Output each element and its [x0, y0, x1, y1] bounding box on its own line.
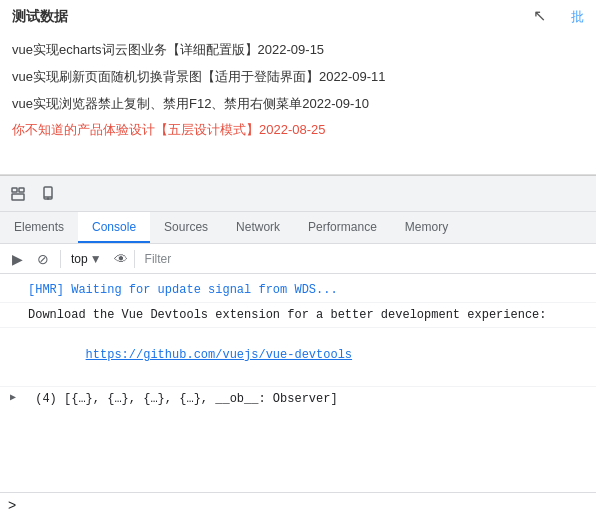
article-list: vue实现echarts词云图业务【详细配置版】2022-09-15 vue实现…	[0, 34, 596, 153]
console-filter-input[interactable]	[145, 252, 590, 266]
divider	[60, 250, 61, 268]
console-message-link: https://github.com/vuejs/vue-devtools	[0, 328, 596, 387]
article-link-3[interactable]: vue实现浏览器禁止复制、禁用F12、禁用右侧菜单2022-09-10	[12, 96, 369, 111]
console-message-2: Download the Vue Devtools extension for …	[0, 303, 596, 328]
list-item[interactable]: vue实现浏览器禁止复制、禁用F12、禁用右侧菜单2022-09-10	[12, 94, 584, 115]
tab-sources[interactable]: Sources	[150, 212, 222, 243]
console-messages: [HMR] Waiting for update signal from WDS…	[0, 274, 596, 492]
article-link-1[interactable]: vue实现echarts词云图业务【详细配置版】2022-09-15	[12, 42, 324, 57]
console-input[interactable]	[22, 498, 588, 512]
svg-rect-2	[12, 194, 24, 200]
list-item[interactable]: vue实现echarts词云图业务【详细配置版】2022-09-15	[12, 40, 584, 61]
devtools-panel: Elements Console Sources Network Perform…	[0, 175, 596, 517]
tab-network[interactable]: Network	[222, 212, 294, 243]
svg-point-5	[48, 198, 49, 199]
list-item[interactable]: vue实现刷新页面随机切换背景图【适用于登陆界面】2022-09-11	[12, 67, 584, 88]
console-prompt: >	[0, 492, 596, 517]
cursor-icon: ↖	[533, 6, 546, 25]
tab-console[interactable]: Console	[78, 212, 150, 243]
console-message-expandable[interactable]: ▶ (4) [{…}, {…}, {…}, {…}, __ob__: Obser…	[0, 387, 596, 411]
dropdown-arrow-icon: ▼	[90, 252, 102, 266]
console-context-selector[interactable]: top ▼	[67, 250, 106, 268]
tab-performance[interactable]: Performance	[294, 212, 391, 243]
console-play-button[interactable]: ▶	[6, 248, 28, 270]
article-link-4[interactable]: 你不知道的产品体验设计【五层设计模式】2022-08-25	[12, 122, 326, 137]
devtools-tabs: Elements Console Sources Network Perform…	[0, 212, 596, 244]
console-chevron-icon: >	[8, 497, 16, 513]
context-label: top	[71, 252, 88, 266]
device-toggle-button[interactable]	[34, 180, 62, 208]
list-item[interactable]: 你不知道的产品体验设计【五层设计模式】2022-08-25	[12, 120, 584, 141]
tab-memory[interactable]: Memory	[391, 212, 462, 243]
svg-rect-1	[19, 188, 24, 192]
inspect-element-button[interactable]	[4, 180, 32, 208]
expand-arrow-icon: ▶	[10, 390, 16, 405]
console-ban-button[interactable]: ⊘	[32, 248, 54, 270]
console-message-1: [HMR] Waiting for update signal from WDS…	[0, 278, 596, 303]
tab-elements[interactable]: Elements	[0, 212, 78, 243]
batch-link[interactable]: 批	[571, 8, 584, 26]
page-title: 测试数据	[0, 0, 596, 34]
eye-icon[interactable]: 👁	[114, 251, 128, 267]
svg-rect-0	[12, 188, 17, 192]
console-area: ▶ ⊘ top ▼ 👁 [HMR] Waiting for update sig…	[0, 244, 596, 517]
vue-devtools-link[interactable]: https://github.com/vuejs/vue-devtools	[86, 348, 352, 362]
devtools-toolbar	[0, 176, 596, 212]
expandable-text: (4) [{…}, {…}, {…}, {…}, __ob__: Observe…	[28, 392, 338, 406]
page-area: 测试数据 ↖ 批 vue实现echarts词云图业务【详细配置版】2022-09…	[0, 0, 596, 175]
article-link-2[interactable]: vue实现刷新页面随机切换背景图【适用于登陆界面】2022-09-11	[12, 69, 385, 84]
divider	[134, 250, 135, 268]
console-filter-bar: ▶ ⊘ top ▼ 👁	[0, 244, 596, 274]
